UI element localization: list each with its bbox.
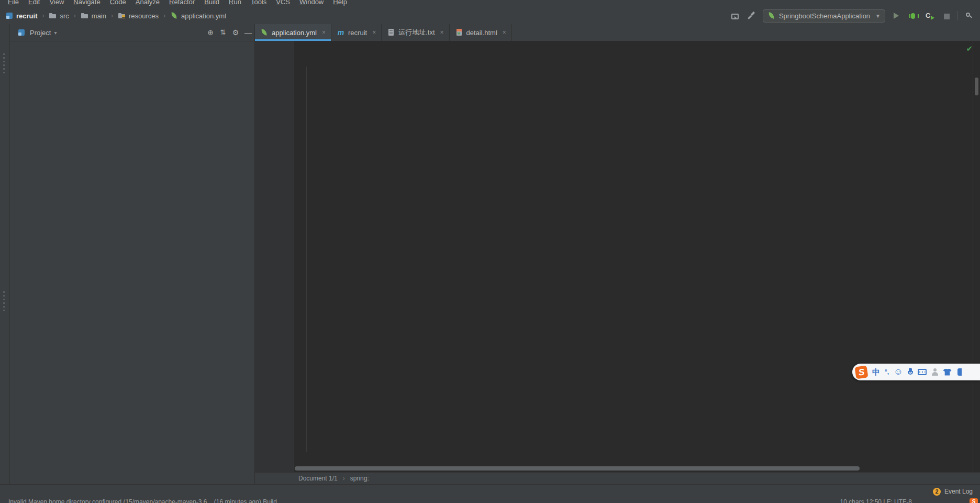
text-file-icon — [387, 28, 395, 37]
sogou-ime-bar: S 中 °, ☺ — [852, 364, 980, 380]
project-panel-header: Project ▾ ⊕ ⇅ ⚙ — — [10, 24, 254, 41]
tab-close-icon[interactable]: × — [503, 29, 506, 36]
breadcrumb-item-application.yml[interactable]: application.yml — [169, 12, 227, 20]
folder-icon — [49, 12, 57, 20]
ime-more-icon[interactable] — [957, 368, 962, 376]
editor-tab[interactable]: Hdetail.html× — [450, 24, 512, 41]
event-log-badge: 2 — [933, 488, 941, 496]
editor-gutter — [255, 41, 294, 473]
document-pager[interactable]: Document 1/1 — [298, 475, 338, 482]
collapse-all-icon[interactable]: ⇅ — [217, 27, 229, 38]
emoji-icon[interactable]: ☺ — [894, 367, 903, 377]
editor-tab[interactable]: 运行地址.txt× — [382, 24, 449, 41]
build-hammer-icon[interactable] — [746, 10, 758, 21]
breadcrumb-item-resources[interactable]: resources — [117, 12, 160, 20]
microphone-icon[interactable] — [908, 368, 913, 376]
ime-language-mode-icon[interactable]: 中 — [872, 367, 880, 377]
spring-boot-icon — [767, 12, 776, 20]
breadcrumb-separator: › — [343, 475, 345, 482]
sogou-icon[interactable]: S — [970, 498, 978, 503]
run-button[interactable] — [890, 10, 902, 21]
breadcrumb: recruit›src›main›resources›application.y… — [4, 7, 227, 24]
project-panel: Project ▾ ⊕ ⇅ ⚙ — — [10, 24, 255, 484]
folder-icon — [81, 12, 89, 20]
breadcrumb-item-recruit[interactable]: recruit — [4, 12, 38, 20]
tab-close-icon[interactable]: × — [372, 29, 376, 36]
menu-item-window[interactable]: Window — [295, 0, 328, 6]
event-log-label: Event Log — [944, 488, 973, 495]
menu-item-help[interactable]: Help — [328, 0, 352, 6]
menu-item-code[interactable]: Code — [105, 0, 131, 6]
hide-panel-icon[interactable]: — — [242, 27, 254, 38]
ime-punctuation-icon[interactable]: °, — [885, 368, 889, 376]
breadcrumb-item-src[interactable]: src — [48, 12, 70, 20]
run-toolbar: SpringbootSchemaApplication ▼ C — [729, 7, 975, 24]
tab-close-icon[interactable]: × — [322, 29, 326, 36]
menu-item-build[interactable]: Build — [199, 0, 224, 6]
editor-vertical-scrollbar[interactable] — [973, 41, 980, 473]
editor-horizontal-scrollbar[interactable] — [295, 466, 860, 471]
project-tree — [10, 41, 254, 484]
indent-guide — [306, 67, 307, 452]
stripe-tick — [3, 53, 5, 73]
spring-leaf-icon — [170, 12, 179, 20]
tab-close-icon[interactable]: × — [440, 29, 444, 36]
breadcrumb-separator: › — [107, 12, 117, 19]
html-file-icon: H — [455, 28, 463, 37]
menu-item-edit[interactable]: Edit — [24, 0, 44, 6]
inspections-ok-icon: ✔ — [966, 44, 973, 53]
event-log-button[interactable]: 2 Event Log — [933, 488, 973, 496]
skin-icon[interactable] — [943, 369, 952, 376]
toolbar-divider — [957, 11, 958, 20]
panel-settings-gear-icon[interactable]: ⚙ — [229, 27, 242, 38]
editor-tab-bar: application.yml×mrecruit×运行地址.txt×Hdetai… — [255, 24, 980, 41]
run-configuration-label: SpringbootSchemaApplication — [779, 12, 870, 20]
status-position-info[interactable]: 10 chars 12:50 LF: UTF-8 — [840, 498, 912, 503]
editor-tab[interactable]: application.yml× — [255, 24, 331, 41]
breadcrumb-separator: › — [38, 12, 48, 19]
debug-button[interactable] — [907, 10, 919, 21]
status-bar: Invalid Maven home directory configured … — [0, 498, 980, 503]
breadcrumb-separator: › — [70, 12, 80, 19]
code-editor[interactable]: ✔ — [255, 41, 980, 473]
status-message[interactable]: Invalid Maven home directory configured … — [8, 498, 277, 503]
breadcrumb-separator: › — [160, 12, 169, 19]
project-icon — [5, 12, 14, 20]
chevron-down-icon: ▼ — [875, 13, 881, 19]
breadcrumb-item-main[interactable]: main — [80, 12, 107, 20]
editor-tab[interactable]: mrecruit× — [331, 24, 382, 41]
menu-item-run[interactable]: Run — [224, 0, 246, 6]
search-everywhere-icon[interactable] — [963, 10, 975, 21]
yaml-breadcrumb[interactable]: spring: — [350, 475, 369, 482]
sogou-logo-icon[interactable]: S — [855, 365, 868, 379]
chevron-down-icon: ▾ — [54, 30, 57, 36]
spring-leaf-icon — [260, 28, 269, 37]
locate-file-icon[interactable]: ⊕ — [204, 27, 217, 38]
menu-item-navigate[interactable]: Navigate — [69, 0, 105, 6]
menu-item-vcs[interactable]: VCS — [271, 0, 295, 6]
menu-item-refactor[interactable]: Refactor — [164, 0, 199, 6]
menu-item-tools[interactable]: Tools — [246, 0, 271, 6]
tool-window-bar: 2 Event Log — [0, 484, 980, 498]
project-panel-title[interactable]: Project ▾ — [17, 28, 57, 37]
run-configuration-select[interactable]: SpringbootSchemaApplication ▼ — [763, 9, 885, 23]
menu-item-view[interactable]: View — [44, 0, 69, 6]
menu-item-analyze[interactable]: Analyze — [131, 0, 164, 6]
resources-icon — [118, 12, 126, 20]
tool-window-stripe[interactable] — [0, 24, 10, 484]
run-tool-window-icon[interactable] — [729, 10, 741, 21]
stripe-tick — [3, 291, 5, 311]
project-icon — [17, 28, 26, 37]
keyboard-icon[interactable] — [918, 369, 927, 375]
menu-bar: FileEditViewNavigateCodeAnalyzeRefactorB… — [0, 0, 980, 7]
stop-button[interactable] — [941, 10, 952, 21]
account-icon[interactable] — [931, 368, 939, 376]
ide-window: FileEditViewNavigateCodeAnalyzeRefactorB… — [0, 0, 980, 503]
navigation-toolbar: recruit›src›main›resources›application.y… — [0, 7, 980, 25]
editor-breadcrumb-bar: Document 1/1 › spring: — [255, 472, 980, 484]
menu-item-file[interactable]: File — [3, 0, 24, 6]
maven-icon: m — [337, 28, 345, 37]
coverage-button[interactable]: C — [924, 10, 936, 21]
